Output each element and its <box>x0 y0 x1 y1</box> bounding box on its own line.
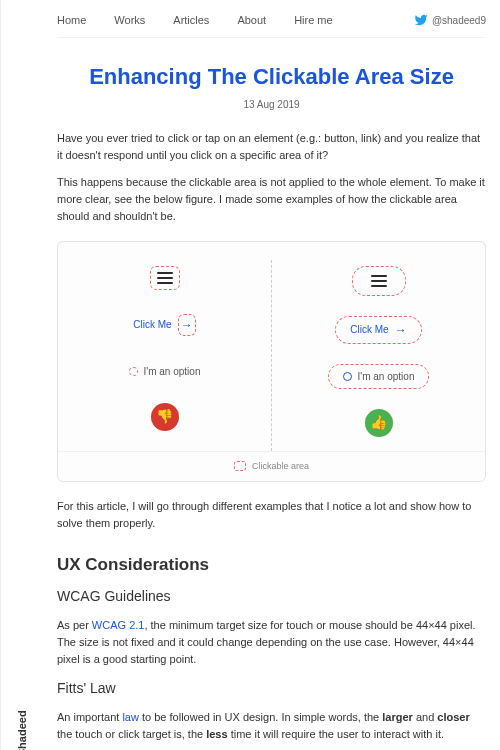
hamburger-icon <box>367 271 391 291</box>
figure-good-column: Click Me → I'm an option 👍 <box>272 260 485 451</box>
author-last-name: Shadeed <box>14 711 31 750</box>
arrow-right-icon: → <box>178 314 196 336</box>
article-title: Enhancing The Clickable Area Size <box>57 60 486 93</box>
arrow-right-icon: → <box>395 321 407 339</box>
good-hamburger-hitbox <box>352 266 406 296</box>
bad-hamburger-hitbox <box>150 266 180 290</box>
fitts-law-link[interactable]: law <box>122 711 139 723</box>
intro-paragraph-3: For this article, I will go through diff… <box>57 498 486 532</box>
twitter-link[interactable]: @shadeed9 <box>414 13 486 28</box>
nav-links: Home Works Articles About Hire me <box>57 12 333 29</box>
radio-icon <box>129 367 138 376</box>
author-sidebar: Ahmad Shadeed <box>0 0 43 750</box>
hamburger-icon <box>153 268 177 288</box>
figure-bad-column: Click Me → I'm an option 👎 <box>58 260 272 451</box>
nav-works[interactable]: Works <box>114 12 145 29</box>
ux-heading: UX Considerations <box>57 552 486 578</box>
good-radio-option: I'm an option <box>328 364 430 389</box>
fitts-heading: Fitts' Law <box>57 678 486 699</box>
good-clickme-button: Click Me → <box>335 316 421 344</box>
radio-icon <box>343 372 352 381</box>
nav-articles[interactable]: Articles <box>173 12 209 29</box>
top-navigation: Home Works Articles About Hire me @shade… <box>57 0 486 38</box>
figure-legend: Clickable area <box>58 451 485 474</box>
fitts-paragraph-1: An important law to be followed in UX de… <box>57 709 486 743</box>
nav-about[interactable]: About <box>237 12 266 29</box>
clickable-area-figure: Click Me → I'm an option 👎 Click Me <box>57 241 486 483</box>
wcag-heading: WCAG Guidelines <box>57 586 486 607</box>
nav-hire[interactable]: Hire me <box>294 12 333 29</box>
twitter-handle: @shadeed9 <box>432 13 486 28</box>
bad-clickme-button: Click Me → <box>127 310 201 340</box>
twitter-icon <box>414 13 428 27</box>
wcag-link[interactable]: WCAG 2.1 <box>92 619 145 631</box>
bad-radio-option: I'm an option <box>123 360 207 383</box>
intro-paragraph-1: Have you ever tried to click or tap on a… <box>57 130 486 164</box>
thumbs-down-icon: 👎 <box>151 403 179 431</box>
intro-paragraph-2: This happens because the clickable area … <box>57 174 486 225</box>
wcag-paragraph: As per WCAG 2.1, the minimum target size… <box>57 617 486 668</box>
legend-swatch <box>234 461 246 471</box>
nav-home[interactable]: Home <box>57 12 86 29</box>
article-date: 13 Aug 2019 <box>57 97 486 112</box>
thumbs-up-icon: 👍 <box>365 409 393 437</box>
